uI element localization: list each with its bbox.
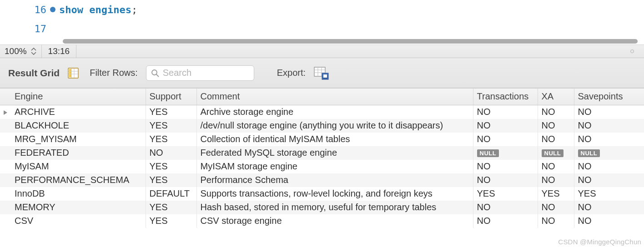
cell-engine[interactable]: PERFORMANCE_SCHEMA xyxy=(11,173,146,187)
table-row[interactable]: ARCHIVEYESArchive storage engineNONONO xyxy=(0,105,644,119)
export-button[interactable] xyxy=(314,67,327,79)
cell-transactions[interactable]: NO xyxy=(473,214,538,228)
editor-gutter[interactable]: 16 xyxy=(0,4,59,15)
cell-comment[interactable]: MyISAM storage engine xyxy=(196,160,473,173)
cell-engine[interactable]: MyISAM xyxy=(11,160,146,173)
cell-savepoints[interactable]: NO xyxy=(574,133,644,146)
cell-engine[interactable]: CSV xyxy=(11,214,146,228)
cell-engine[interactable]: FEDERATED xyxy=(11,146,146,160)
column-header-support[interactable]: Support xyxy=(146,89,196,105)
cell-support[interactable]: YES xyxy=(146,173,196,187)
cell-transactions[interactable]: YES xyxy=(473,187,538,201)
cell-savepoints[interactable]: NO xyxy=(574,160,644,173)
cell-savepoints[interactable]: YES xyxy=(574,187,644,201)
column-header-engine[interactable]: Engine xyxy=(11,89,146,105)
cell-savepoints[interactable]: NULL xyxy=(574,146,644,160)
cell-transactions[interactable]: NO xyxy=(473,160,538,173)
cell-xa[interactable]: NO xyxy=(538,214,574,228)
watermark: CSDN @MinggeQingChun xyxy=(558,238,641,246)
cell-savepoints[interactable]: NO xyxy=(574,214,644,228)
cell-transactions[interactable]: NO xyxy=(473,201,538,214)
zoom-control[interactable]: 100% xyxy=(0,45,42,58)
cell-support[interactable]: DEFAULT xyxy=(146,187,196,201)
breakpoint-marker[interactable] xyxy=(50,7,55,12)
table-row[interactable]: BLACKHOLEYES/dev/null storage engine (an… xyxy=(0,119,644,133)
cell-transactions[interactable]: NO xyxy=(473,133,538,146)
column-header-transactions[interactable]: Transactions xyxy=(473,89,538,105)
editor-horizontal-scrollbar[interactable] xyxy=(59,38,644,44)
cell-support[interactable]: YES xyxy=(146,119,196,133)
table-row[interactable]: MyISAMYESMyISAM storage engineNONONO xyxy=(0,160,644,173)
scrollbar-thumb[interactable] xyxy=(63,39,638,44)
cell-comment[interactable]: Collection of identical MyISAM tables xyxy=(196,133,473,146)
chevron-up-icon[interactable] xyxy=(30,48,37,51)
editor-line[interactable]: 16 show engines; xyxy=(0,0,644,19)
sql-keyword: show engines xyxy=(59,4,131,15)
row-current-marker xyxy=(0,214,11,228)
cell-savepoints[interactable]: NO xyxy=(574,173,644,187)
cell-comment[interactable]: CSV storage engine xyxy=(196,214,473,228)
filter-rows-label: Filter Rows: xyxy=(90,68,138,78)
cell-xa[interactable]: NO xyxy=(538,160,574,173)
column-header-xa[interactable]: XA xyxy=(538,89,574,105)
column-header-savepoints[interactable]: Savepoints xyxy=(574,89,644,105)
cell-savepoints[interactable]: NO xyxy=(574,105,644,119)
filter-rows-input[interactable] xyxy=(163,68,249,78)
table-row[interactable]: FEDERATEDNOFederated MySQL storage engin… xyxy=(0,146,644,160)
cell-transactions[interactable]: NULL xyxy=(473,146,538,160)
cell-xa[interactable]: NO xyxy=(538,173,574,187)
row-current-marker xyxy=(0,173,11,187)
editor-line[interactable]: 17 xyxy=(0,19,644,38)
chevron-down-icon[interactable] xyxy=(30,51,37,55)
table-row[interactable]: MEMORYYESHash based, stored in memory, u… xyxy=(0,201,644,214)
table-row[interactable]: InnoDBDEFAULTSupports transactions, row-… xyxy=(0,187,644,201)
cell-comment[interactable]: Federated MySQL storage engine xyxy=(196,146,473,160)
sql-editor[interactable]: 16 show engines; 17 xyxy=(0,0,644,44)
result-grid-icon[interactable] xyxy=(68,68,79,79)
cell-engine[interactable]: MRG_MYISAM xyxy=(11,133,146,146)
table-row[interactable]: PERFORMANCE_SCHEMAYESPerformance SchemaN… xyxy=(0,173,644,187)
filter-rows-search[interactable] xyxy=(146,65,254,81)
cell-engine[interactable]: BLACKHOLE xyxy=(11,119,146,133)
cell-support[interactable]: YES xyxy=(146,105,196,119)
cell-transactions[interactable]: NO xyxy=(473,105,538,119)
row-current-marker xyxy=(0,119,11,133)
cell-xa[interactable]: NO xyxy=(538,201,574,214)
cell-comment[interactable]: Archive storage engine xyxy=(196,105,473,119)
editor-gutter[interactable]: 17 xyxy=(0,23,59,35)
zoom-stepper[interactable] xyxy=(30,48,38,55)
table-row[interactable]: CSVYESCSV storage engineNONONO xyxy=(0,214,644,228)
cell-comment[interactable]: /dev/null storage engine (anything you w… xyxy=(196,119,473,133)
zoom-value: 100% xyxy=(5,46,27,56)
cell-engine[interactable]: InnoDB xyxy=(11,187,146,201)
table-row[interactable]: MRG_MYISAMYESCollection of identical MyI… xyxy=(0,133,644,146)
cell-support[interactable]: YES xyxy=(146,214,196,228)
cell-comment[interactable]: Supports transactions, row-level locking… xyxy=(196,187,473,201)
table-header[interactable]: Engine Support Comment Transactions XA S… xyxy=(0,89,644,105)
cell-transactions[interactable]: NO xyxy=(473,119,538,133)
cell-transactions[interactable]: NO xyxy=(473,173,538,187)
cell-engine[interactable]: ARCHIVE xyxy=(11,105,146,119)
null-badge: NULL xyxy=(477,149,499,157)
column-header-comment[interactable]: Comment xyxy=(196,89,473,105)
breakpoint-slot[interactable] xyxy=(50,26,55,31)
cell-savepoints[interactable]: NO xyxy=(574,201,644,214)
editor-code[interactable]: show engines; xyxy=(59,4,137,15)
sql-terminator: ; xyxy=(131,4,137,15)
cell-support[interactable]: NO xyxy=(146,146,196,160)
cell-comment[interactable]: Hash based, stored in memory, useful for… xyxy=(196,201,473,214)
cell-savepoints[interactable]: NO xyxy=(574,119,644,133)
cell-support[interactable]: YES xyxy=(146,133,196,146)
cell-xa[interactable]: NO xyxy=(538,119,574,133)
cell-xa[interactable]: YES xyxy=(538,187,574,201)
cell-xa[interactable]: NO xyxy=(538,133,574,146)
cell-comment[interactable]: Performance Schema xyxy=(196,173,473,187)
cell-support[interactable]: YES xyxy=(146,201,196,214)
result-grid[interactable]: Engine Support Comment Transactions XA S… xyxy=(0,88,644,228)
result-table[interactable]: Engine Support Comment Transactions XA S… xyxy=(0,88,644,228)
cell-xa[interactable]: NULL xyxy=(538,146,574,160)
cell-engine[interactable]: MEMORY xyxy=(11,201,146,214)
table-body[interactable]: ARCHIVEYESArchive storage engineNONONOBL… xyxy=(0,105,644,228)
cell-support[interactable]: YES xyxy=(146,160,196,173)
cell-xa[interactable]: NO xyxy=(538,105,574,119)
